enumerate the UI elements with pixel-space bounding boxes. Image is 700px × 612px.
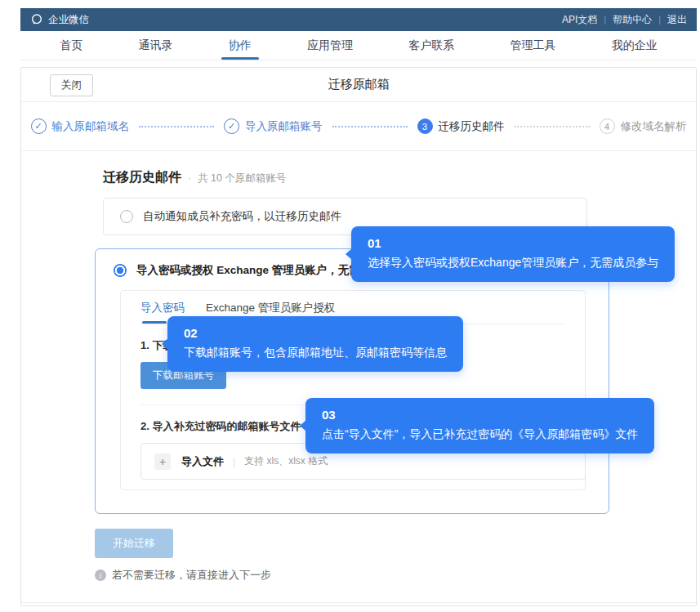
step-3-label: 迁移历史邮件 (439, 119, 505, 134)
account-count: 共 10 个原邮箱账号 (198, 172, 286, 185)
step-2-check-icon: ✓ (224, 118, 239, 134)
nav-tab-management-tools[interactable]: 管理工具 (507, 31, 560, 60)
wechat-work-logo-icon (30, 13, 43, 26)
step-4-number: 4 (600, 118, 615, 134)
guide-tooltip-3-number: 03 (322, 407, 638, 423)
logout-link[interactable]: 退出 (667, 13, 687, 27)
step-1-enter-domain: ✓ 输入原邮箱域名 (31, 118, 130, 134)
main-nav: 首页 通讯录 协作 应用管理 客户联系 管理工具 我的企业 (20, 31, 697, 60)
close-button[interactable]: 关闭 (50, 74, 93, 96)
guide-tooltip-2: 02 下载邮箱账号，包含原邮箱地址、原邮箱密码等信息 (167, 316, 463, 372)
nav-tab-contacts[interactable]: 通讯录 (135, 31, 176, 60)
guide-tooltip-1-text: 选择导入密码或授权Exchange管理员账户，无需成员参与 (368, 254, 658, 271)
topbar: 企业微信 API文档 | 帮助中心 | 退出 (20, 8, 697, 31)
option-auto-notify-label: 自动通知成员补充密码，以迁移历史邮件 (143, 209, 341, 224)
step-4-label: 修改域名解析 (621, 119, 687, 134)
section-dot: · (188, 172, 191, 184)
step-1-check-icon: ✓ (31, 118, 47, 134)
panel-header: 关闭 迁移原邮箱 (21, 68, 696, 102)
step-3-number: 3 (417, 118, 433, 134)
step-2-label: 导入原邮箱账号 (245, 119, 323, 134)
info-icon: i (95, 570, 106, 581)
plus-icon: + (154, 453, 171, 470)
nav-tab-my-company[interactable]: 我的企业 (609, 31, 661, 60)
guide-tooltip-3-text: 点击“导入文件”，导入已补充过密码的《导入原邮箱密码》文件 (322, 426, 638, 443)
radio-checked-icon[interactable] (114, 264, 127, 277)
guide-tooltip-2-text: 下载邮箱账号，包含原邮箱地址、原邮箱密码等信息 (184, 344, 447, 361)
guide-tooltip-1-number: 01 (368, 235, 658, 252)
nav-tab-collaboration[interactable]: 协作 (225, 31, 255, 60)
section-title-row: 迁移历史邮件 · 共 10 个原邮箱账号 (103, 169, 667, 186)
step-indicator: ✓ 输入原邮箱域名 ✓ 导入原邮箱账号 3 迁移历史邮件 4 修改域名解析 (21, 102, 696, 151)
section-title: 迁移历史邮件 (103, 169, 181, 186)
start-migration-button[interactable]: 开始迁移 (95, 529, 173, 558)
import-format-hint: 支持 xls、xlsx 格式 (244, 454, 328, 468)
import-file-button[interactable]: 导入文件 (181, 454, 224, 469)
skip-note: 若不需要迁移，请直接进入下一步 (112, 568, 271, 583)
guide-tooltip-3: 03 点击“导入文件”，导入已补充过密码的《导入原邮箱密码》文件 (305, 398, 654, 453)
step-4-modify-dns: 4 修改域名解析 (600, 118, 687, 134)
step-connector (139, 126, 214, 127)
step-connector (332, 126, 408, 127)
topbar-separator: | (604, 15, 606, 25)
page-title: 迁移原邮箱 (328, 77, 390, 92)
guide-tooltip-1: 01 选择导入密码或授权Exchange管理员账户，无需成员参与 (351, 226, 675, 282)
nav-tab-app-management[interactable]: 应用管理 (304, 31, 356, 60)
brand-name: 企业微信 (48, 13, 89, 27)
api-docs-link[interactable]: API文档 (562, 13, 597, 27)
brand: 企业微信 (30, 13, 89, 27)
nav-tab-home[interactable]: 首页 (56, 31, 86, 60)
radio-unchecked-icon[interactable] (120, 210, 133, 223)
option-import-password-card: 导入密码或授权 Exchange 管理员账户，无需成员参与 导入密码 Excha… (95, 248, 609, 514)
topbar-separator: | (658, 15, 661, 25)
step-1-label: 输入原邮箱域名 (52, 119, 130, 134)
step-2-import-accounts: ✓ 导入原邮箱账号 (224, 118, 323, 134)
step-3-migrate-history: 3 迁移历史邮件 (417, 118, 505, 134)
note-row: i 若不需要迁移，请直接进入下一步 (95, 568, 667, 583)
guide-tooltip-2-number: 02 (184, 325, 447, 342)
topbar-links: API文档 | 帮助中心 | 退出 (562, 13, 687, 27)
import-separator: | (233, 456, 235, 467)
panel-footer: 上一步 下一步 迁移指引 | (21, 603, 696, 612)
step-connector (515, 126, 590, 127)
help-center-link[interactable]: 帮助中心 (613, 13, 652, 27)
nav-tab-customer-contact[interactable]: 客户联系 (405, 31, 457, 60)
app-window: 企业微信 API文档 | 帮助中心 | 退出 首页 通讯录 协作 应用管理 客户… (20, 8, 697, 606)
